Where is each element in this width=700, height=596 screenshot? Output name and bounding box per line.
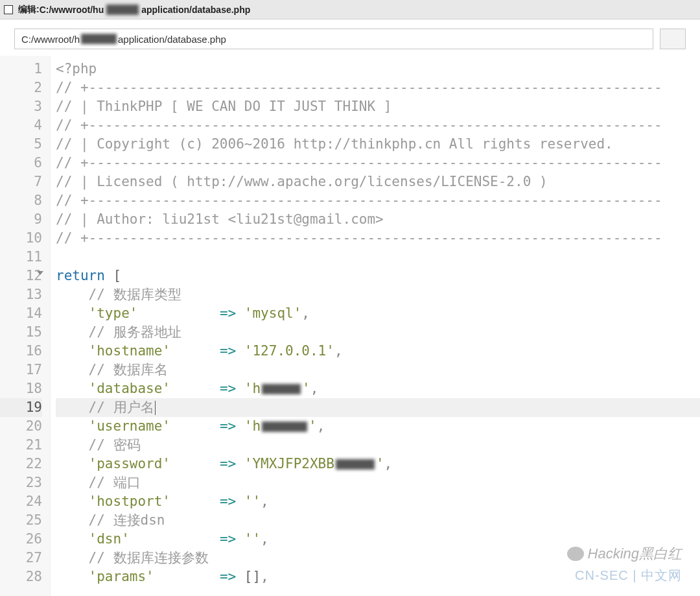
line-number: 26: [0, 530, 42, 549]
line-number: 28: [0, 567, 42, 586]
line-number: 1: [0, 60, 42, 78]
code-line[interactable]: // 端口: [56, 473, 700, 492]
line-number: 11: [0, 248, 42, 267]
line-number: 22: [0, 455, 42, 473]
titlebar-path-a: C:/wwwroot/hu: [40, 5, 104, 15]
code-line[interactable]: // | Licensed ( http://www.apache.org/li…: [56, 173, 700, 191]
line-number: 13: [0, 285, 42, 304]
code-line[interactable]: // +------------------------------------…: [56, 154, 700, 173]
code-editor[interactable]: 1234567891011121314151617181920212223242…: [0, 56, 700, 596]
line-number: 8: [0, 191, 42, 210]
code-line[interactable]: // | Copyright (c) 2006~2016 http://thin…: [56, 135, 700, 154]
code-line[interactable]: // 密码: [56, 436, 700, 455]
code-line[interactable]: // 连接dsn: [56, 511, 700, 530]
path-input-a: C:/wwwroot/h: [21, 34, 80, 45]
titlebar-path-b: application/database.php: [141, 5, 250, 15]
redacted-text: [262, 422, 307, 432]
line-number: 14: [0, 304, 42, 323]
path-input[interactable]: C:/wwwroot/h application/database.php: [14, 29, 653, 49]
code-area[interactable]: <?php// +-------------------------------…: [51, 56, 700, 596]
redacted-text: [262, 384, 301, 394]
code-line[interactable]: // 数据库名: [56, 361, 700, 379]
line-number: 21: [0, 436, 42, 455]
watermark-cnsec: CN-SEC | 中文网: [575, 567, 682, 584]
code-line[interactable]: // +------------------------------------…: [56, 229, 700, 248]
line-number: 12: [0, 267, 42, 285]
line-number: 25: [0, 511, 42, 530]
line-number: 18: [0, 379, 42, 398]
redacted-text: [336, 459, 375, 470]
code-line[interactable]: 'database' => 'h',: [56, 379, 700, 398]
code-line[interactable]: // +------------------------------------…: [56, 116, 700, 135]
code-line[interactable]: <?php: [56, 60, 700, 78]
path-input-b: application/database.php: [118, 34, 226, 45]
line-number: 17: [0, 361, 42, 379]
line-number: 3: [0, 97, 42, 116]
path-input-censored: [81, 34, 117, 44]
titlebar: 编辑: C:/wwwroot/hu application/database.p…: [0, 0, 700, 19]
text-cursor: [155, 401, 156, 415]
code-line[interactable]: return [: [56, 267, 700, 285]
code-line[interactable]: 'hostport' => '',: [56, 492, 700, 511]
code-line[interactable]: 'type' => 'mysql',: [56, 304, 700, 323]
code-line[interactable]: // 服务器地址: [56, 323, 700, 342]
code-line[interactable]: [56, 248, 700, 267]
line-number: 10: [0, 229, 42, 248]
code-line[interactable]: // | Author: liu21st <liu21st@gmail.com>: [56, 210, 700, 229]
wechat-icon: [567, 547, 584, 561]
line-number: 2: [0, 78, 42, 97]
line-number: 5: [0, 135, 42, 154]
line-number: 27: [0, 549, 42, 567]
editor-window: 编辑: C:/wwwroot/hu application/database.p…: [0, 0, 700, 596]
code-line[interactable]: // | ThinkPHP [ WE CAN DO IT JUST THINK …: [56, 97, 700, 116]
line-number: 23: [0, 473, 42, 492]
titlebar-prefix: 编辑:: [18, 4, 40, 16]
code-line[interactable]: 'hostname' => '127.0.0.1',: [56, 342, 700, 361]
titlebar-path-censored: [106, 5, 139, 15]
watermark-hacking: Hacking黑白红: [567, 544, 682, 564]
path-go-button[interactable]: [660, 29, 686, 49]
fold-toggle-icon[interactable]: [37, 271, 43, 275]
code-line[interactable]: // 数据库类型: [56, 285, 700, 304]
code-line[interactable]: // +------------------------------------…: [56, 191, 700, 210]
line-number: 20: [0, 417, 42, 436]
line-number: 15: [0, 323, 42, 342]
line-number: 19: [0, 398, 42, 417]
window-icon: [4, 5, 13, 14]
line-number: 16: [0, 342, 42, 361]
code-line[interactable]: // 用户名: [56, 398, 700, 417]
line-number: 7: [0, 173, 42, 191]
line-number: 6: [0, 154, 42, 173]
line-number-gutter: 1234567891011121314151617181920212223242…: [0, 56, 51, 596]
code-line[interactable]: 'password' => 'YMXJFP2XBB',: [56, 455, 700, 473]
line-number: 9: [0, 210, 42, 229]
pathbar: C:/wwwroot/h application/database.php: [0, 19, 700, 56]
line-number: 4: [0, 116, 42, 135]
code-line[interactable]: 'username' => 'h',: [56, 417, 700, 436]
line-number: 24: [0, 492, 42, 511]
code-line[interactable]: // +------------------------------------…: [56, 78, 700, 97]
